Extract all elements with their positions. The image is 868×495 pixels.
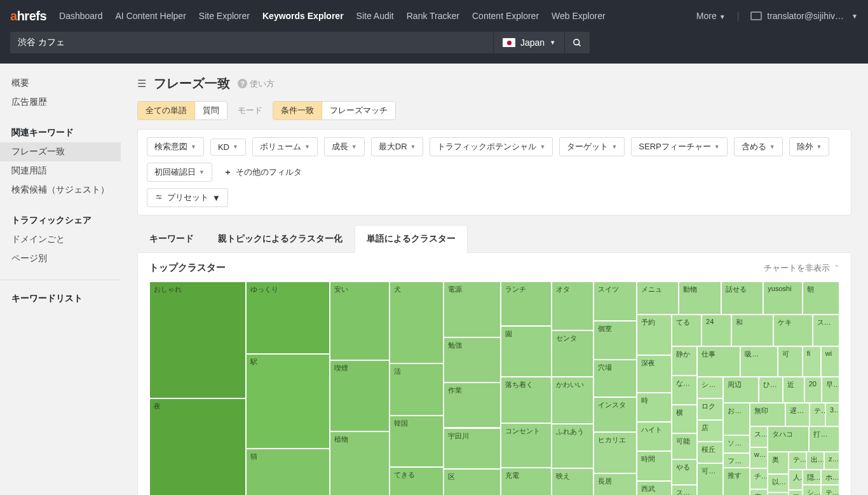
- treemap-cell[interactable]: 3…: [825, 403, 839, 426]
- treemap-cell[interactable]: インスタ: [593, 397, 637, 432]
- treemap-cell[interactable]: 周辺: [723, 377, 758, 403]
- treemap-cell[interactable]: シタン: [697, 377, 723, 398]
- treemap-cell[interactable]: 可能: [672, 433, 697, 459]
- treemap-cell[interactable]: 作業: [444, 383, 501, 428]
- treemap-cell[interactable]: 無印: [750, 403, 786, 426]
- country-select[interactable]: Japan▼: [493, 32, 564, 53]
- sidebar-item[interactable]: 検索候補（サジェスト）: [0, 180, 121, 200]
- treemap-cell[interactable]: 夜: [149, 398, 246, 495]
- treemap-cell[interactable]: コンセント: [501, 423, 552, 468]
- treemap-cell[interactable]: てる: [672, 315, 702, 346]
- treemap-cell[interactable]: ホ…: [821, 470, 839, 485]
- filter-button[interactable]: ボリューム ▼: [252, 137, 318, 156]
- menu-icon[interactable]: ☰: [137, 78, 146, 90]
- treemap-cell[interactable]: 個室: [593, 321, 637, 360]
- filter-button[interactable]: KD ▼: [210, 139, 246, 156]
- treemap-cell[interactable]: 人: [789, 470, 803, 490]
- treemap-cell[interactable]: ハイト: [637, 422, 672, 451]
- nav-link[interactable]: Content Explorer: [472, 11, 539, 21]
- treemap-cell[interactable]: メニュ: [637, 281, 679, 315]
- treemap-cell[interactable]: ゆっくり: [246, 281, 330, 354]
- nav-link[interactable]: Site Audit: [356, 11, 394, 21]
- filter-button[interactable]: 検索意図 ▼: [147, 137, 204, 156]
- treemap-cell[interactable]: 話せる: [721, 281, 763, 315]
- treemap-cell[interactable]: 区: [444, 469, 501, 495]
- treemap-cell[interactable]: wifi: [750, 447, 768, 468]
- treemap-cell[interactable]: 猫: [246, 449, 330, 495]
- segment-option[interactable]: 全ての単語: [138, 102, 195, 119]
- nav-link[interactable]: Dashboard: [59, 11, 103, 21]
- treemap-cell[interactable]: やる: [672, 459, 697, 485]
- help-link[interactable]: ?使い方: [238, 78, 275, 90]
- treemap-cell[interactable]: 奥: [768, 452, 789, 475]
- segment-option[interactable]: 質問: [195, 102, 227, 119]
- treemap-cell[interactable]: 勉強: [444, 337, 501, 383]
- sidebar-item[interactable]: フレーズ一致: [0, 142, 121, 161]
- treemap-cell[interactable]: スクエア: [672, 485, 697, 495]
- treemap-cell[interactable]: スイツ: [593, 281, 637, 321]
- filter-button[interactable]: ターゲット ▼: [559, 137, 625, 156]
- nav-link[interactable]: Keywords Explorer: [262, 11, 344, 21]
- tab[interactable]: 単語によるクラスター: [355, 225, 468, 253]
- treemap-cell[interactable]: 時: [637, 393, 672, 422]
- treemap-cell[interactable]: 以…: [768, 474, 789, 492]
- treemap-cell[interactable]: フ…: [723, 453, 749, 467]
- hide-chart-toggle[interactable]: チャートを非表示 ⌃: [764, 262, 839, 274]
- treemap-cell[interactable]: 早朝: [822, 377, 839, 403]
- filter-button[interactable]: 成長 ▼: [324, 137, 365, 156]
- treemap-cell[interactable]: 駅: [246, 354, 330, 449]
- treemap-cell[interactable]: スト…: [750, 426, 768, 447]
- nav-link[interactable]: AI Content Helper: [116, 11, 186, 21]
- treemap-cell[interactable]: 西武: [637, 481, 672, 495]
- treemap-cell[interactable]: ケキ: [773, 315, 812, 346]
- treemap-cell[interactable]: テ…: [810, 403, 825, 426]
- treemap-cell[interactable]: 長居: [593, 473, 637, 495]
- treemap-cell[interactable]: 推す: [723, 468, 749, 495]
- treemap-cell[interactable]: 子…: [789, 490, 803, 495]
- treemap-cell[interactable]: 可: [778, 346, 803, 377]
- treemap-cell[interactable]: ロク: [697, 398, 723, 420]
- treemap-cell[interactable]: yusoshi: [763, 281, 803, 315]
- sidebar-item[interactable]: 広告履歴: [0, 93, 121, 112]
- treemap-cell[interactable]: 植物: [330, 431, 390, 495]
- treemap-cell[interactable]: 遅…: [785, 403, 810, 426]
- treemap-cell[interactable]: なれる: [672, 376, 697, 405]
- treemap-cell[interactable]: 安い: [330, 281, 390, 360]
- treemap-cell[interactable]: 穴場: [593, 360, 637, 397]
- more-filters[interactable]: ＋ その他のフィルタ: [219, 163, 307, 181]
- treemap-cell[interactable]: スクラ…: [813, 315, 839, 346]
- treemap-cell[interactable]: 電源: [444, 281, 501, 337]
- treemap-cell[interactable]: 店: [697, 420, 723, 442]
- treemap-cell[interactable]: チェン: [750, 468, 768, 489]
- treemap-cell[interactable]: 20: [804, 377, 822, 403]
- preset-button[interactable]: プリセット▼: [147, 188, 228, 207]
- filter-button[interactable]: SERPフィーチャー ▼: [631, 137, 727, 156]
- treemap-cell[interactable]: 予約: [637, 315, 672, 355]
- treemap-cell[interactable]: wi: [821, 346, 839, 377]
- treemap-cell[interactable]: 可愛い: [697, 463, 723, 495]
- nav-link[interactable]: Web Explorer: [552, 11, 606, 21]
- sidebar-item[interactable]: ドメインごと: [0, 230, 121, 249]
- treemap-cell[interactable]: おしゃれ: [149, 281, 246, 398]
- treemap-cell[interactable]: てきる: [390, 467, 444, 495]
- tab[interactable]: キーワード: [137, 225, 206, 253]
- treemap-cell[interactable]: 犬: [390, 281, 444, 363]
- filter-button[interactable]: トラフィックポテンシャル ▼: [430, 137, 553, 156]
- treemap-cell[interactable]: 隠…: [803, 470, 821, 485]
- treemap-cell[interactable]: タハコ: [768, 426, 809, 451]
- nav-user[interactable]: translator@sijihiv…▼: [750, 11, 858, 21]
- treemap-cell[interactable]: 出…: [806, 452, 824, 470]
- sidebar-item[interactable]: 関連用語: [0, 161, 121, 180]
- treemap-cell[interactable]: 映え: [552, 468, 593, 495]
- treemap-cell[interactable]: かわいい: [552, 377, 593, 423]
- treemap-cell[interactable]: 横: [672, 405, 697, 434]
- treemap-cell[interactable]: 打…: [809, 426, 839, 451]
- treemap-cell[interactable]: シ…: [803, 485, 821, 495]
- treemap-cell[interactable]: 園: [501, 326, 552, 377]
- treemap-cell[interactable]: オタ: [552, 281, 593, 330]
- treemap-cell[interactable]: 深夜: [637, 355, 672, 393]
- sidebar-item[interactable]: 概要: [0, 74, 121, 93]
- treemap-cell[interactable]: ひ…: [759, 377, 783, 403]
- treemap-cell[interactable]: 動物: [679, 281, 721, 315]
- filter-button[interactable]: 最大DR ▼: [371, 137, 424, 156]
